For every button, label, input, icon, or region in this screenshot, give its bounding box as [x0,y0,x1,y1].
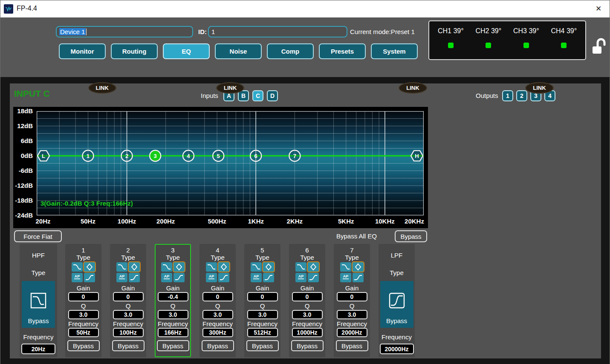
eq-marker-L[interactable]: L [38,151,49,161]
shelf-icon[interactable] [84,273,95,282]
shelf-icon[interactable] [308,273,319,282]
device-name-input[interactable]: Device 1 [56,26,193,37]
link-toggle[interactable]: LINK [525,82,553,94]
shelf-icon[interactable] [173,273,185,282]
eq-marker-2[interactable]: 2 [121,150,133,161]
band-5-gain-value[interactable]: 0 [247,292,278,301]
hpf-frequency-value[interactable]: 20Hz [21,344,55,354]
band-2-bypass-button[interactable]: Bypass [112,340,145,351]
band-4-bypass-button[interactable]: Bypass [202,340,234,351]
tab-eq[interactable]: EQ [163,43,210,59]
lpf-frequency-value[interactable]: 20000Hz [380,344,414,354]
eq-marker-H[interactable]: H [411,151,423,161]
link-toggle[interactable]: LINK [88,82,116,94]
band-3-type-label: Type [166,254,180,261]
band-1-bypass-button[interactable]: Bypass [67,340,100,351]
band-5-frequency-value[interactable]: 512Hz [247,328,278,337]
force-flat-button[interactable]: Force Fiat [14,230,62,242]
band-5-q-value[interactable]: 3.0 [247,310,278,319]
input-button-d[interactable]: D [267,90,278,101]
allpass-icon[interactable]: AP [116,273,127,282]
eq-marker-5[interactable]: 5 [213,150,224,161]
allpass-icon[interactable]: AP [340,273,351,282]
band-7-gain-value[interactable]: 0 [337,292,367,301]
eq-marker-7[interactable]: 7 [289,150,300,161]
band-5-bypass-button[interactable]: Bypass [246,340,279,351]
lowpass-icon[interactable] [72,262,83,272]
allpass-icon[interactable]: AP [295,273,306,282]
close-icon[interactable]: ✕ [593,4,604,14]
tab-monitor[interactable]: Monitor [59,43,106,59]
band-1-frequency-value[interactable]: 50Hz [68,328,99,337]
shelf-icon[interactable] [129,273,140,282]
y-tick-0dB: 0dB [13,152,33,159]
lowpass-icon[interactable] [206,262,217,272]
channel-temp-label: CH3 39° [513,27,539,35]
lowpass-icon[interactable] [340,262,351,272]
band-6-q-value[interactable]: 3.0 [292,310,323,319]
eq-marker-3[interactable]: 3 [150,150,161,161]
bell-icon[interactable] [308,262,319,272]
band-6-type-label: Type [300,254,314,261]
bell-icon[interactable] [263,262,274,272]
band-2-gain-value[interactable]: 0 [113,292,144,301]
lowpass-icon[interactable] [116,262,127,272]
lowpass-icon[interactable] [295,262,306,272]
allpass-icon[interactable]: AP [161,273,172,282]
tab-comp[interactable]: Comp [267,43,314,59]
tab-presets[interactable]: Presets [319,43,366,59]
device-id-input[interactable]: 1 [208,26,347,37]
band-3-frequency-value[interactable]: 166Hz [158,328,188,337]
unlock-icon[interactable] [591,37,607,57]
hpf-bypass-button[interactable]: Bypass [22,281,55,328]
bell-icon[interactable] [129,262,140,272]
band-6-gain-value[interactable]: 0 [292,292,323,301]
lpf-bypass-button[interactable]: Bypass [380,281,413,328]
band-2-frequency-value[interactable]: 100Hz [113,328,144,337]
output-button-2[interactable]: 2 [516,90,527,101]
tab-noise[interactable]: Noise [215,43,262,59]
band-3-q-value[interactable]: 3.0 [158,310,188,319]
bell-icon[interactable] [353,262,364,272]
band-4-gain-value[interactable]: 0 [202,292,233,301]
tab-system[interactable]: System [371,43,418,59]
band-3-gain-value[interactable]: -0.4 [158,292,188,301]
band-7-frequency-value[interactable]: 2000Hz [337,328,367,337]
band-1-gain-value[interactable]: 0 [68,292,99,301]
band-2-q-value[interactable]: 3.0 [113,310,144,319]
band-3-bypass-button[interactable]: Bypass [157,340,189,351]
eq-marker-4[interactable]: 4 [183,150,194,161]
band-3-column: 3TypeAPGain-0.4Q3.0Frequency166HzBypass [155,244,191,357]
band-4-frequency-value[interactable]: 300Hz [202,328,233,337]
hpf-frequency-label: Frequency [23,333,54,341]
link-toggle[interactable]: LINK [399,82,427,94]
band-6-bypass-button[interactable]: Bypass [291,340,324,351]
shelf-icon[interactable] [218,273,229,282]
band-3-frequency-label: Frequency [158,320,188,327]
lowpass-icon[interactable] [161,262,172,272]
band-7-q-value[interactable]: 3.0 [337,310,367,319]
output-button-1[interactable]: 1 [502,90,513,101]
shelf-icon[interactable] [353,273,364,282]
lowpass-icon[interactable] [251,262,262,272]
allpass-icon[interactable]: AP [206,273,217,282]
band-4-q-value[interactable]: 3.0 [202,310,233,319]
allpass-icon[interactable]: AP [251,273,262,282]
band-1-q-value[interactable]: 3.0 [68,310,99,319]
eq-marker-1[interactable]: 1 [82,150,93,161]
input-button-c[interactable]: C [252,90,263,101]
bell-icon[interactable] [218,262,229,272]
bell-icon[interactable] [173,262,185,272]
bypass-all-eq-button[interactable]: Bypass [395,230,427,242]
band-4-number: 4 [216,246,219,254]
bell-icon[interactable] [84,262,95,272]
tab-routing[interactable]: Routing [111,43,158,59]
shelf-icon[interactable] [263,273,274,282]
allpass-icon[interactable]: AP [72,273,83,282]
band-7-bypass-button[interactable]: Bypass [336,340,368,351]
eq-marker-6[interactable]: 6 [250,150,261,161]
link-toggle[interactable]: LINK [216,82,244,94]
band-1-gain-label: Gain [77,284,90,292]
band-6-frequency-value[interactable]: 1000Hz [292,328,323,337]
channel-status-3: CH3 39° [513,27,539,59]
